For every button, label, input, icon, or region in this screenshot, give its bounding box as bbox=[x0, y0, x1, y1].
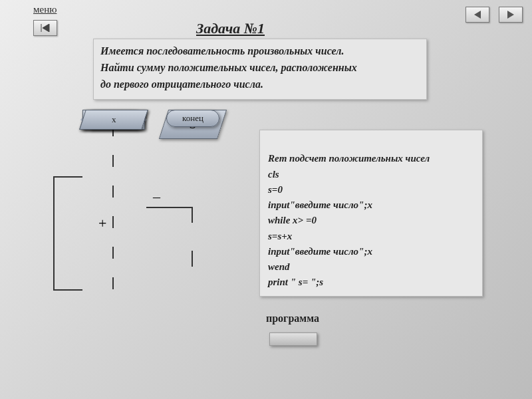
code-line: input"введите число";x bbox=[268, 200, 372, 210]
forward-button[interactable] bbox=[499, 7, 523, 23]
problem-line: до первого отрицательного числа. bbox=[100, 76, 420, 93]
flow-input-2: x bbox=[79, 110, 148, 130]
code-line: s=s+x bbox=[268, 231, 292, 241]
menu-button[interactable] bbox=[33, 20, 57, 36]
menu-label: меню bbox=[33, 4, 57, 15]
code-line: s=0 bbox=[268, 184, 283, 195]
problem-line: Найти сумму положительных чисел, располо… bbox=[100, 60, 420, 76]
first-icon bbox=[40, 24, 51, 32]
edge-minus: – bbox=[153, 188, 160, 205]
code-line: input"введите число";x bbox=[268, 246, 372, 257]
arrow-left-icon bbox=[473, 11, 482, 19]
flowchart: – + начало S=0 x X>=0 s=s+x x S конец bbox=[20, 110, 239, 389]
code-line: wend bbox=[268, 261, 290, 272]
code-line: while x> =0 bbox=[268, 215, 317, 225]
code-line: cls bbox=[268, 169, 279, 180]
program-label: программа bbox=[266, 313, 319, 325]
code-listing: Rem подсчет положительных чисел cls s=0 … bbox=[259, 130, 483, 297]
task-title: Задача №1 bbox=[196, 20, 265, 37]
problem-line: Имеется последовательность произвольных … bbox=[100, 43, 420, 60]
back-button[interactable] bbox=[466, 7, 489, 23]
flow-end: конец bbox=[166, 110, 219, 127]
problem-statement: Имеется последовательность произвольных … bbox=[93, 39, 427, 100]
arrow-right-icon bbox=[506, 11, 515, 19]
code-line: print " s= ";s bbox=[268, 277, 323, 287]
edge-plus: + bbox=[98, 215, 106, 232]
code-line: Rem подсчет положительных чисел bbox=[268, 153, 430, 164]
program-button[interactable] bbox=[269, 332, 317, 346]
